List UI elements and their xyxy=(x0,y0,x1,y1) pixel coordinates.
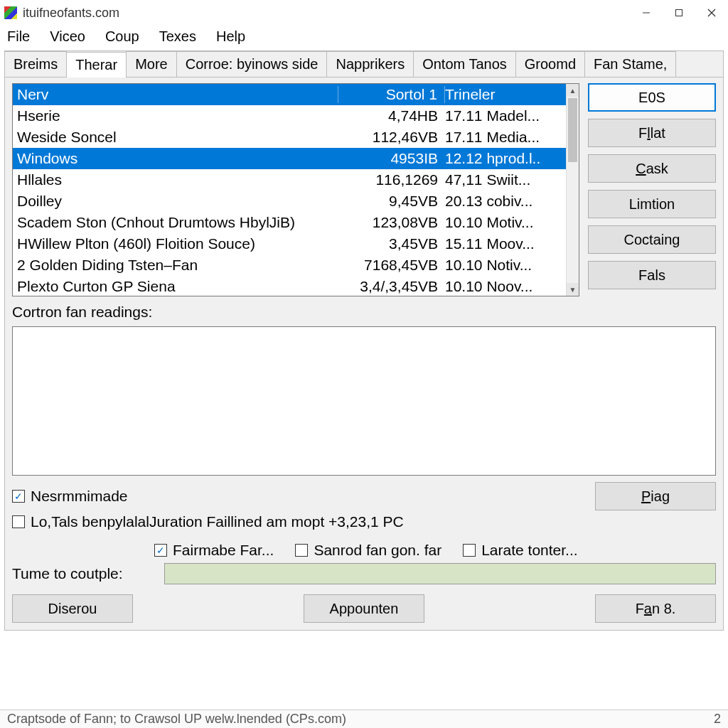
tabstrip: BreimsTherarMoreCorroe: byinows sideNapp… xyxy=(5,51,723,77)
main-panel: BreimsTherarMoreCorroe: byinows sideNapp… xyxy=(4,50,724,631)
table-row[interactable]: Hserie4,74HB17.11 Madel... xyxy=(13,105,579,127)
sanrod-label: Sanrod fan gon. far xyxy=(314,542,441,559)
row-trineler: 10.10 Noov... xyxy=(445,278,566,295)
list-scrollbar[interactable]: ▲ ▼ xyxy=(566,84,579,296)
col-trineler[interactable]: Trineler xyxy=(445,86,566,103)
menu-texes[interactable]: Texes xyxy=(159,28,196,45)
scroll-down-icon[interactable]: ▼ xyxy=(567,283,579,296)
row-name: Weside Soncel xyxy=(13,129,338,146)
close-button[interactable] xyxy=(695,1,728,24)
list-header[interactable]: Nerv Sortol 1 Trineler xyxy=(13,84,579,105)
lotals-checkbox[interactable] xyxy=(12,515,25,528)
row-name: Plexto Curton GP Siena xyxy=(13,278,338,295)
item-list[interactable]: Nerv Sortol 1 Trineler Hserie4,74HB17.11… xyxy=(12,83,579,296)
row-size: 112,46VB xyxy=(338,129,445,146)
titlebar: ituifneofants.com xyxy=(0,0,728,26)
row-trineler: 10.10 Notiv... xyxy=(445,257,566,274)
row-trineler: 20.13 cobiv... xyxy=(445,193,566,210)
row-trineler: 10.10 Motiv... xyxy=(445,214,566,231)
row-trineler: 17.11 Madel... xyxy=(445,107,566,124)
maximize-button[interactable] xyxy=(663,1,695,24)
cask-button[interactable]: Cask xyxy=(588,154,716,183)
row-size: 116,1269 xyxy=(338,171,445,188)
table-row[interactable]: Windows4953IB12.12 hprod.l.. xyxy=(13,148,579,169)
menu-coup[interactable]: Coup xyxy=(105,28,139,45)
table-row[interactable]: Hllales116,126947,11 Swiit... xyxy=(13,169,579,191)
progress-bar xyxy=(164,563,716,584)
diserou-button[interactable]: Diserou xyxy=(12,594,133,623)
tab-7[interactable]: Fan Stame, xyxy=(584,51,676,77)
row-name: Windows xyxy=(13,150,338,167)
col-name[interactable]: Nerv xyxy=(13,86,338,103)
limtion-button[interactable]: Limtion xyxy=(588,190,716,218)
fairmabe-checkbox[interactable]: ✓ xyxy=(154,544,167,557)
row-size: 4953IB xyxy=(338,150,445,167)
status-right: 2 xyxy=(714,712,721,727)
app-icon xyxy=(4,6,17,19)
row-trineler: 47,11 Swiit... xyxy=(445,171,566,188)
scroll-thumb[interactable] xyxy=(568,98,577,162)
tume-label: Tume to coutple: xyxy=(12,565,154,582)
eos-button[interactable]: E0S xyxy=(588,83,716,112)
row-size: 4,74HB xyxy=(338,107,445,124)
nesrmmimade-checkbox[interactable]: ✓ xyxy=(12,490,25,503)
status-text: Craptsode of Fann; to Crawsol UP welw.ln… xyxy=(7,712,346,727)
appounten-button[interactable]: Appounten xyxy=(304,594,424,623)
minimize-button[interactable] xyxy=(630,1,663,24)
window-title: ituifneofants.com xyxy=(23,6,630,21)
fan-button[interactable]: Fan 8. xyxy=(595,594,716,623)
svg-rect-1 xyxy=(676,10,682,16)
row-size: 7168,45VB xyxy=(338,257,445,274)
table-row[interactable]: Scadem Ston (Cnhout Drumtows HbylJiB)123… xyxy=(13,212,579,233)
scroll-up-icon[interactable]: ▲ xyxy=(567,84,579,97)
row-size: 3,4/,3,45VB xyxy=(338,278,445,295)
table-row[interactable]: Weside Soncel112,46VB17.11 Media... xyxy=(13,127,579,148)
side-button-column: E0S Fllat Cask Limtion Coctaing Fals xyxy=(588,83,716,296)
row-name: Hserie xyxy=(13,107,338,124)
coctaing-button[interactable]: Coctaing xyxy=(588,225,716,254)
row-trineler: 12.12 hprod.l.. xyxy=(445,150,566,167)
statusbar: Craptsode of Fann; to Crawsol UP welw.ln… xyxy=(0,710,728,728)
menu-file[interactable]: File xyxy=(7,28,30,45)
larate-label: Larate tonter... xyxy=(481,542,577,559)
fllat-button[interactable]: Fllat xyxy=(588,119,716,147)
row-size: 9,45VB xyxy=(338,193,445,210)
menubar: File Viceo Coup Texes Help xyxy=(0,26,728,50)
readings-label: Cortron fan readings: xyxy=(12,304,716,321)
lotals-label: Lo,Tals benpylalalJuration Faillined am … xyxy=(31,513,404,530)
table-row[interactable]: 2 Golden Diding Tsten–Fan7168,45VB10.10 … xyxy=(13,255,579,276)
options-row: ✓ Fairmabe Far... Sanrod fan gon. far La… xyxy=(154,542,716,559)
sanrod-checkbox[interactable] xyxy=(295,544,308,557)
row-name: 2 Golden Diding Tsten–Fan xyxy=(13,257,338,274)
row-size: 3,45VB xyxy=(338,235,445,252)
tab-6[interactable]: Groomd xyxy=(515,51,585,77)
table-row[interactable]: Doilley9,45VB20.13 cobiv... xyxy=(13,191,579,212)
row-trineler: 17.11 Media... xyxy=(445,129,566,146)
row-trineler: 15.11 Moov... xyxy=(445,235,566,252)
larate-checkbox[interactable] xyxy=(463,544,476,557)
fals-button[interactable]: Fals xyxy=(588,261,716,289)
fairmabe-label: Fairmabe Far... xyxy=(173,542,274,559)
table-row[interactable]: HWillew Plton (460l) Floition Souce)3,45… xyxy=(13,233,579,255)
piag-button[interactable]: Piag xyxy=(595,482,716,510)
nesrmmimade-label: Nesrmmimade xyxy=(31,488,128,505)
row-name: HWillew Plton (460l) Floition Souce) xyxy=(13,235,338,252)
menu-viceo[interactable]: Viceo xyxy=(50,28,85,45)
col-size[interactable]: Sortol 1 xyxy=(338,86,445,103)
tab-4[interactable]: Napprikers xyxy=(326,51,414,77)
tab-2[interactable]: More xyxy=(126,51,177,77)
tab-1[interactable]: Therar xyxy=(66,52,127,77)
row-name: Hllales xyxy=(13,171,338,188)
row-size: 123,08VB xyxy=(338,214,445,231)
tab-5[interactable]: Ontom Tanos xyxy=(413,51,516,77)
row-name: Scadem Ston (Cnhout Drumtows HbylJiB) xyxy=(13,214,338,231)
menu-help[interactable]: Help xyxy=(216,28,245,45)
readings-textarea[interactable] xyxy=(12,326,716,476)
tab-body: Nerv Sortol 1 Trineler Hserie4,74HB17.11… xyxy=(5,77,723,630)
tab-0[interactable]: Breims xyxy=(4,51,67,77)
table-row[interactable]: Plexto Curton GP Siena3,4/,3,45VB10.10 N… xyxy=(13,276,579,296)
tab-3[interactable]: Corroe: byinows side xyxy=(176,51,328,77)
row-name: Doilley xyxy=(13,193,338,210)
